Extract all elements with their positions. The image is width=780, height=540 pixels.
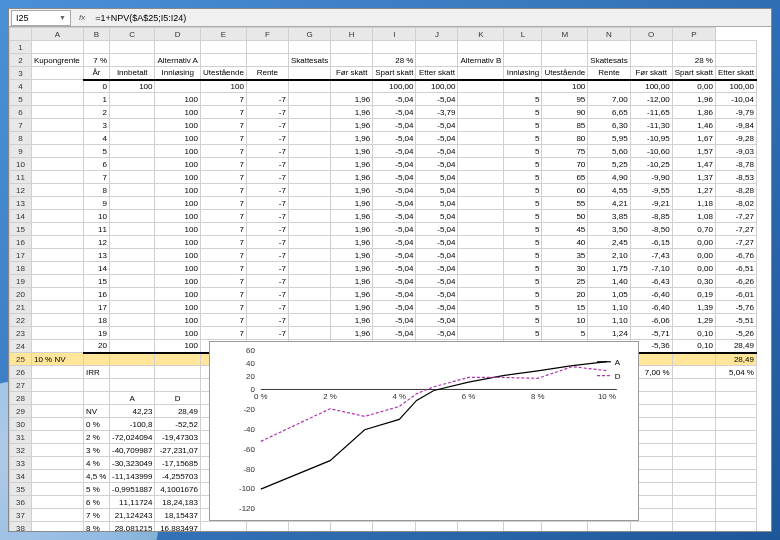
cell[interactable]: 6 % — [84, 496, 110, 509]
cell[interactable]: 7 % — [84, 509, 110, 522]
cell[interactable]: -9,79 — [715, 106, 756, 119]
col-header[interactable]: A — [32, 28, 84, 41]
cell[interactable]: Innbetalt — [110, 67, 155, 80]
cell[interactable] — [458, 314, 504, 327]
cell[interactable] — [32, 171, 84, 184]
row-header[interactable]: 8 — [10, 132, 32, 145]
cell[interactable]: 7 — [200, 301, 246, 314]
cell[interactable]: -7 — [246, 119, 288, 132]
cell[interactable]: 25 — [542, 275, 588, 288]
cell[interactable]: 100 — [155, 301, 200, 314]
cell[interactable] — [588, 80, 630, 93]
cell[interactable]: -8,02 — [715, 197, 756, 210]
cell[interactable] — [458, 119, 504, 132]
cell[interactable]: 2,10 — [588, 249, 630, 262]
cell[interactable] — [155, 366, 200, 379]
cell[interactable]: 5,04 — [416, 197, 458, 210]
cell[interactable]: 7 — [200, 262, 246, 275]
cell[interactable]: -7,10 — [630, 262, 672, 275]
cell[interactable]: 5 — [504, 249, 542, 262]
cell[interactable] — [715, 392, 756, 405]
cell[interactable] — [32, 444, 84, 457]
cell[interactable]: 14 — [84, 262, 110, 275]
cell[interactable]: 0,00 — [672, 262, 715, 275]
cell[interactable]: 100 — [542, 80, 588, 93]
cell[interactable]: 7 — [200, 314, 246, 327]
cell[interactable] — [155, 353, 200, 366]
cell[interactable]: 5 — [504, 93, 542, 106]
cell[interactable] — [32, 509, 84, 522]
cell[interactable] — [458, 184, 504, 197]
cell[interactable]: 5 — [504, 275, 542, 288]
cell[interactable]: -9,55 — [630, 184, 672, 197]
cell[interactable] — [110, 145, 155, 158]
cell[interactable]: 42,23 — [110, 405, 155, 418]
cell[interactable]: 4,21 — [588, 197, 630, 210]
cell[interactable]: -8,53 — [715, 171, 756, 184]
col-header[interactable]: O — [630, 28, 672, 41]
cell[interactable]: 4 % — [84, 457, 110, 470]
cell[interactable]: 6,30 — [588, 119, 630, 132]
cell[interactable] — [458, 106, 504, 119]
cell[interactable]: 5,04 % — [715, 366, 756, 379]
col-header[interactable]: F — [246, 28, 288, 41]
cell[interactable]: 90 — [542, 106, 588, 119]
cell[interactable]: -6,76 — [715, 249, 756, 262]
cell[interactable]: 20 — [542, 288, 588, 301]
cell[interactable] — [32, 470, 84, 483]
cell[interactable] — [200, 41, 246, 54]
row-header[interactable]: 16 — [10, 236, 32, 249]
cell[interactable]: 7 — [200, 119, 246, 132]
row-header[interactable]: 11 — [10, 171, 32, 184]
cell[interactable] — [32, 67, 84, 80]
cell[interactable]: -6,06 — [630, 314, 672, 327]
cell[interactable]: 3 % — [84, 444, 110, 457]
cell[interactable]: -7 — [246, 275, 288, 288]
cell[interactable]: 11 — [84, 223, 110, 236]
cell[interactable]: 100 — [155, 249, 200, 262]
cell[interactable]: 1,29 — [672, 314, 715, 327]
cell[interactable]: -11,30 — [630, 119, 672, 132]
cell[interactable]: 8 — [84, 184, 110, 197]
cell[interactable] — [32, 236, 84, 249]
cell[interactable]: 2 % — [84, 431, 110, 444]
row-header[interactable]: 35 — [10, 483, 32, 496]
cell[interactable]: 4,5 % — [84, 470, 110, 483]
cell[interactable]: 1,96 — [331, 197, 373, 210]
cell[interactable] — [588, 41, 630, 54]
cell[interactable] — [288, 249, 330, 262]
cell[interactable] — [32, 405, 84, 418]
cell[interactable] — [110, 340, 155, 353]
cell[interactable]: 70 — [542, 158, 588, 171]
col-header[interactable]: H — [331, 28, 373, 41]
cell[interactable] — [672, 41, 715, 54]
cell[interactable]: 100 — [155, 132, 200, 145]
cell[interactable]: -7 — [246, 132, 288, 145]
cell[interactable]: 19 — [84, 327, 110, 340]
cell[interactable]: 2 — [84, 106, 110, 119]
cell[interactable]: -7 — [246, 223, 288, 236]
cell[interactable]: -52,52 — [155, 418, 200, 431]
cell[interactable]: 1,24 — [588, 327, 630, 340]
cell[interactable] — [715, 509, 756, 522]
cell[interactable]: 50 — [542, 210, 588, 223]
cell[interactable]: 100 — [155, 171, 200, 184]
cell[interactable] — [458, 327, 504, 340]
cell[interactable]: 3,85 — [588, 210, 630, 223]
cell[interactable] — [672, 470, 715, 483]
cell[interactable] — [288, 41, 330, 54]
cell[interactable]: -5,04 — [416, 249, 458, 262]
cell[interactable] — [32, 119, 84, 132]
cell[interactable]: 1,96 — [331, 119, 373, 132]
row-header[interactable]: 34 — [10, 470, 32, 483]
cell[interactable] — [458, 67, 504, 80]
cell[interactable]: 0,30 — [672, 275, 715, 288]
cell[interactable]: 1,39 — [672, 301, 715, 314]
row-header[interactable]: 21 — [10, 301, 32, 314]
row-header[interactable]: 20 — [10, 288, 32, 301]
cell[interactable] — [84, 353, 110, 366]
cell[interactable]: Skattesats — [588, 54, 630, 67]
cell[interactable] — [288, 262, 330, 275]
cell[interactable]: 95 — [542, 93, 588, 106]
row-header[interactable]: 29 — [10, 405, 32, 418]
